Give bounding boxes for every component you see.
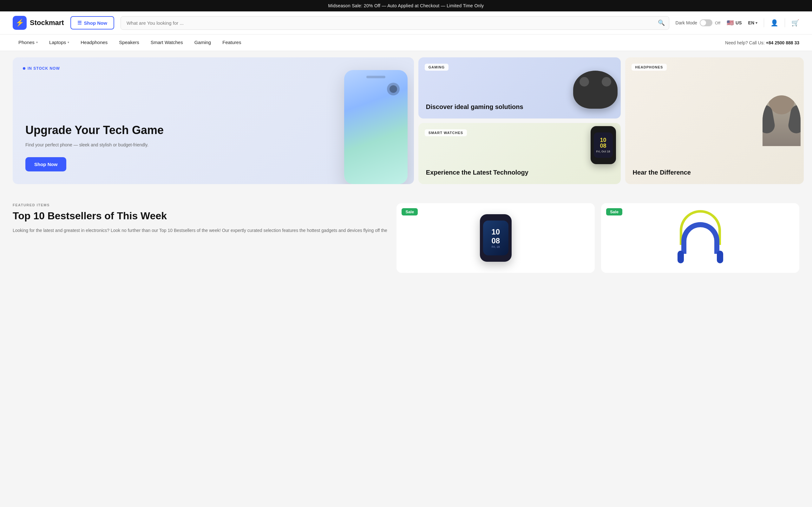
product-headphones-image <box>607 210 793 267</box>
language-label: EN <box>748 20 754 25</box>
hero-side-cards: GAMING Discover ideal gaming solutions S… <box>418 57 621 184</box>
featured-title: Top 10 Bestsellers of This Week <box>13 210 390 222</box>
nav-features-label: Features <box>222 40 241 45</box>
featured-section: FEATURED ITEMS Top 10 Bestsellers of Thi… <box>0 190 812 279</box>
nav-item-laptops[interactable]: Laptops ▾ <box>44 35 75 51</box>
smartwatch-visual: 1008 Fri, Oct 18 <box>591 126 616 164</box>
dark-mode-toggle-wrap: Dark Mode Off <box>676 19 721 26</box>
top-banner: Midseason Sale: 20% Off — Auto Applied a… <box>0 0 812 11</box>
hero-section: IN STOCK NOW Upgrade Your Tech Game Find… <box>0 51 812 190</box>
hero-smartwatch-card[interactable]: SMART WATCHES 1008 Fri, Oct 18 Experienc… <box>418 123 621 184</box>
product-watch-visual: 1008 Fri, 18 <box>480 214 512 262</box>
product-headphones-visual <box>672 213 729 263</box>
search-input[interactable] <box>120 16 669 30</box>
flag-icon: 🇺🇸 <box>727 19 734 26</box>
nav-item-headphones[interactable]: Headphones <box>75 35 113 51</box>
hero-shop-now-button[interactable]: Shop Now <box>26 157 66 171</box>
gaming-badge: GAMING <box>425 64 449 71</box>
logo-text: Stockmart <box>30 19 64 27</box>
logo-symbol: ⚡ <box>15 19 24 27</box>
main-nav: Phones ▾ Laptops ▾ Headphones Speakers S… <box>0 35 812 51</box>
chevron-down-icon: ▾ <box>756 21 757 25</box>
locale-selector[interactable]: 🇺🇸 US <box>727 19 742 26</box>
sale-badge-watch: Sale <box>402 208 418 216</box>
chevron-down-icon: ▾ <box>67 41 69 44</box>
phone-camera <box>387 83 400 95</box>
nav-laptops-label: Laptops <box>49 40 66 45</box>
product-card-headphones: Sale <box>601 203 799 273</box>
product-watch-screen: 1008 Fri, 18 <box>483 221 508 256</box>
headphones-visual <box>763 57 801 184</box>
featured-desc: Looking for the latest and greatest in e… <box>13 227 390 234</box>
gaming-image <box>573 60 618 118</box>
hero-phone-image <box>344 70 408 184</box>
nav-help: Need help? Call Us: +84 2500 888 33 <box>725 40 799 45</box>
hero-dot <box>23 67 26 70</box>
search-bar: 🔍 <box>120 16 669 30</box>
hero-gaming-card[interactable]: GAMING Discover ideal gaming solutions <box>418 57 621 118</box>
nav-item-phones[interactable]: Phones ▾ <box>13 35 44 51</box>
smartwatch-title: Experience the Latest Technology <box>426 168 613 176</box>
dark-mode-label: Dark Mode <box>676 20 697 25</box>
banner-text: Midseason Sale: 20% Off — Auto Applied a… <box>328 3 484 8</box>
nav-items: Phones ▾ Laptops ▾ Headphones Speakers S… <box>13 35 725 51</box>
nav-smart-watches-label: Smart Watches <box>151 40 183 45</box>
smartwatch-badge: SMART WATCHES <box>425 129 467 136</box>
hero-in-stock-text: IN STOCK NOW <box>28 66 60 71</box>
product-watch-image: 1008 Fri, 18 <box>403 210 589 267</box>
watch-date: Fri, Oct 18 <box>596 150 610 153</box>
nav-headphones-label: Headphones <box>81 40 107 45</box>
person-visual <box>763 95 801 146</box>
hero-shop-label: Shop Now <box>34 162 57 167</box>
nav-speakers-label: Speakers <box>119 40 139 45</box>
region-label: US <box>735 20 742 25</box>
watch-screen: 1008 Fri, Oct 18 <box>594 132 613 158</box>
product-watch-time: 1008 <box>491 228 500 245</box>
header: ⚡ Stockmart ☰ Shop Now 🔍 Dark Mode Off 🇺… <box>0 11 812 35</box>
hamburger-icon: ☰ <box>78 20 82 26</box>
headphones-badge: HEADPHONES <box>631 64 667 71</box>
hero-subtitle: Find your perfect phone — sleek and styl… <box>26 142 164 148</box>
dark-mode-state: Off <box>715 20 720 25</box>
hero-headphones-card[interactable]: HEADPHONES Hear the Difference <box>625 57 804 184</box>
controller-visual <box>573 71 618 109</box>
phone-visual <box>344 70 408 184</box>
language-selector[interactable]: EN ▾ <box>748 20 757 25</box>
header-divider-2 <box>785 18 785 27</box>
nav-phone-number: +84 2500 888 33 <box>766 40 800 45</box>
hero-main-card: IN STOCK NOW Upgrade Your Tech Game Find… <box>13 57 414 184</box>
nav-item-gaming[interactable]: Gaming <box>189 35 217 51</box>
nav-gaming-label: Gaming <box>194 40 211 45</box>
hero-in-stock-badge: IN STOCK NOW <box>23 66 60 71</box>
search-icon[interactable]: 🔍 <box>658 19 665 26</box>
nav-help-text: Need help? Call Us: <box>725 40 765 45</box>
nav-item-features[interactable]: Features <box>217 35 247 51</box>
dark-mode-toggle[interactable] <box>700 19 712 26</box>
sale-badge-headphones: Sale <box>606 208 622 216</box>
logo-icon: ⚡ <box>13 16 27 30</box>
nav-item-speakers[interactable]: Speakers <box>113 35 145 51</box>
header-divider <box>764 18 764 27</box>
hero-main-text: Upgrade Your Tech Game Find your perfect… <box>26 124 164 171</box>
cart-icon[interactable]: 🛒 <box>792 19 799 26</box>
logo[interactable]: ⚡ Stockmart <box>13 16 64 30</box>
shop-now-label: Shop Now <box>84 20 107 26</box>
featured-text: FEATURED ITEMS Top 10 Bestsellers of Thi… <box>13 203 390 273</box>
featured-label: FEATURED ITEMS <box>13 203 390 207</box>
product-watch-date: Fri, 18 <box>492 245 500 248</box>
nav-phones-label: Phones <box>18 40 35 45</box>
header-shop-now-button[interactable]: ☰ Shop Now <box>70 16 114 30</box>
watch-time: 1008 <box>600 137 606 149</box>
hero-title: Upgrade Your Tech Game <box>26 124 164 136</box>
nav-item-smart-watches[interactable]: Smart Watches <box>145 35 189 51</box>
chevron-down-icon: ▾ <box>36 41 38 44</box>
product-card-watch: Sale 1008 Fri, 18 <box>397 203 595 273</box>
user-icon[interactable]: 👤 <box>770 19 778 26</box>
hero-right-cards: HEADPHONES Hear the Difference <box>625 57 804 184</box>
